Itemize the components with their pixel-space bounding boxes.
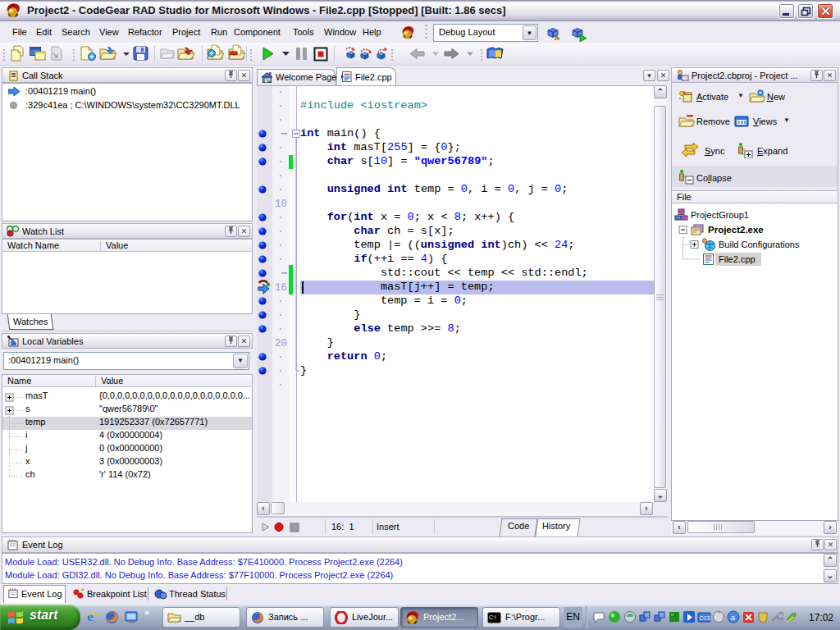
svg-text:10: 10 xyxy=(275,199,287,210)
svg-text:C:\: C:\ xyxy=(489,614,496,620)
svg-text:a: a xyxy=(731,614,735,622)
svg-text:CCS: CCS xyxy=(700,615,711,621)
svg-text:20: 20 xyxy=(275,338,287,349)
svg-text:16: 16 xyxy=(275,282,287,294)
svg-text:e: e xyxy=(87,609,94,624)
